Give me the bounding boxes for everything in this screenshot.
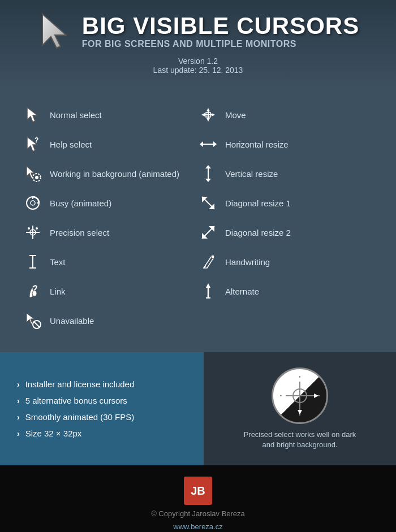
link-icon xyxy=(23,281,43,301)
text-cursor-icon xyxy=(23,252,43,272)
cursor-item-normal-select: Normal select xyxy=(23,100,198,129)
feature-arrow-3: › xyxy=(17,413,20,422)
preview-caption: Precised select works well on darkand br… xyxy=(244,430,356,450)
svg-marker-31 xyxy=(213,141,217,147)
svg-marker-30 xyxy=(200,141,203,147)
help-select-icon: ? xyxy=(23,134,43,154)
svg-marker-34 xyxy=(205,179,211,182)
features-panel: › Installer and license included › 5 alt… xyxy=(0,352,204,465)
header: BIG VISIBLE CURSORS FOR BIG SCREENS AND … xyxy=(0,0,396,89)
svg-marker-0 xyxy=(42,14,66,48)
cursor-item-busy: Busy (animated) xyxy=(23,188,198,218)
cursor-item-horizontal-resize: Horizontal resize xyxy=(198,129,373,159)
svg-marker-53 xyxy=(314,393,318,398)
svg-marker-25 xyxy=(201,113,205,116)
help-select-label: Help select xyxy=(50,140,92,149)
cursor-list-section: Normal select ? Help select xyxy=(0,89,396,352)
diagonal-resize-1-icon xyxy=(198,193,218,213)
handwriting-label: Handwriting xyxy=(225,257,270,267)
svg-marker-1 xyxy=(27,107,37,122)
cursor-item-vertical-resize: Vertical resize xyxy=(198,159,373,188)
feature-label-2: 5 alternative bonus cursors xyxy=(25,396,127,405)
cursor-item-link: Link xyxy=(23,276,198,306)
cursor-column-right: Move Horizontal resize xyxy=(198,100,373,335)
feature-arrow-4: › xyxy=(17,429,20,438)
cursor-item-text: Text xyxy=(23,247,198,276)
vertical-resize-icon xyxy=(198,163,218,184)
working-background-icon xyxy=(23,163,43,184)
svg-point-19 xyxy=(32,291,37,296)
unavailable-label: Unavailable xyxy=(50,316,94,326)
sub-title: FOR BIG SCREENS AND MULTIPLE MONITORS xyxy=(82,39,359,49)
busy-icon xyxy=(23,193,43,213)
cursor-item-working-background: Working in background (animated) xyxy=(23,159,198,188)
normal-select-label: Normal select xyxy=(50,110,102,120)
horizontal-resize-label: Horizontal resize xyxy=(225,140,289,149)
svg-marker-50 xyxy=(298,377,302,382)
footer: JB © Copyright Jaroslav Bereza www.berez… xyxy=(0,465,396,532)
main-title: BIG VISIBLE CURSORS xyxy=(82,13,359,39)
cursor-item-help-select: ? Help select xyxy=(23,129,198,159)
cursor-item-unavailable: Unavailable xyxy=(23,306,198,335)
svg-marker-24 xyxy=(206,118,210,122)
diagonal-resize-2-label: Diagonal resize 2 xyxy=(225,228,291,237)
svg-point-42 xyxy=(211,255,214,258)
svg-marker-33 xyxy=(205,165,211,168)
alternate-label: Alternate xyxy=(225,287,259,296)
busy-label: Busy (animated) xyxy=(50,198,111,208)
cursor-logo-icon xyxy=(37,11,76,51)
diagonal-resize-1-label: Diagonal resize 1 xyxy=(225,198,291,208)
text-label: Text xyxy=(50,257,66,267)
vertical-resize-label: Vertical resize xyxy=(225,169,278,179)
horizontal-resize-icon xyxy=(198,134,218,154)
svg-point-6 xyxy=(35,176,38,179)
svg-marker-51 xyxy=(298,410,302,414)
preview-panel: Precised select works well on darkand br… xyxy=(204,352,396,465)
last-update: Last update: 25. 12. 2013 xyxy=(17,66,379,75)
logo-text: JB xyxy=(191,485,205,498)
diagonal-resize-2-icon xyxy=(198,222,218,243)
cursor-item-move: Move xyxy=(198,100,373,129)
precision-select-icon xyxy=(23,222,43,243)
feature-item-3: › Smoothly animated (30 FPS) xyxy=(17,412,187,422)
precision-select-label: Precision select xyxy=(50,228,109,237)
feature-arrow-2: › xyxy=(17,396,20,405)
logo-badge: JB xyxy=(184,477,212,505)
svg-text:?: ? xyxy=(35,136,38,144)
website-link[interactable]: www.bereza.cz xyxy=(173,522,222,531)
cursor-item-alternate: Alternate xyxy=(198,276,373,306)
move-label: Move xyxy=(225,110,246,120)
feature-label-4: Size 32 × 32px xyxy=(25,429,82,438)
cursor-item-handwriting: Handwriting xyxy=(198,247,373,276)
copyright: © Copyright Jaroslav Bereza xyxy=(151,509,245,518)
svg-line-38 xyxy=(202,197,214,209)
svg-marker-4 xyxy=(27,166,35,178)
cursor-item-diagonal-resize-1: Diagonal resize 1 xyxy=(198,188,373,218)
svg-line-22 xyxy=(34,322,40,327)
feature-label-3: Smoothly animated (30 FPS) xyxy=(25,412,135,422)
precision-cursor-preview xyxy=(272,367,328,424)
svg-marker-26 xyxy=(212,113,215,116)
normal-select-icon xyxy=(23,105,43,125)
svg-marker-23 xyxy=(206,108,210,111)
feature-item-1: › Installer and license included xyxy=(17,379,187,389)
feature-item-4: › Size 32 × 32px xyxy=(17,429,187,438)
svg-point-8 xyxy=(31,201,35,205)
cursor-item-precision-select: Precision select xyxy=(23,218,198,247)
feature-arrow-1: › xyxy=(17,380,20,389)
feature-label-1: Installer and license included xyxy=(25,379,135,389)
cursor-item-diagonal-resize-2: Diagonal resize 2 xyxy=(198,218,373,247)
version: Version 1.2 xyxy=(17,57,379,66)
move-icon xyxy=(198,105,218,125)
svg-line-41 xyxy=(202,226,214,239)
link-label: Link xyxy=(50,287,66,296)
main-container: BIG VISIBLE CURSORS FOR BIG SCREENS AND … xyxy=(0,0,396,532)
bottom-section: › Installer and license included › 5 alt… xyxy=(0,352,396,465)
alternate-icon xyxy=(198,281,218,301)
svg-marker-52 xyxy=(281,393,286,398)
svg-point-15 xyxy=(36,227,38,230)
cursor-column-left: Normal select ? Help select xyxy=(23,100,198,335)
working-background-label: Working in background (animated) xyxy=(50,169,179,179)
handwriting-icon xyxy=(198,252,218,272)
feature-item-2: › 5 alternative bonus cursors xyxy=(17,396,187,405)
